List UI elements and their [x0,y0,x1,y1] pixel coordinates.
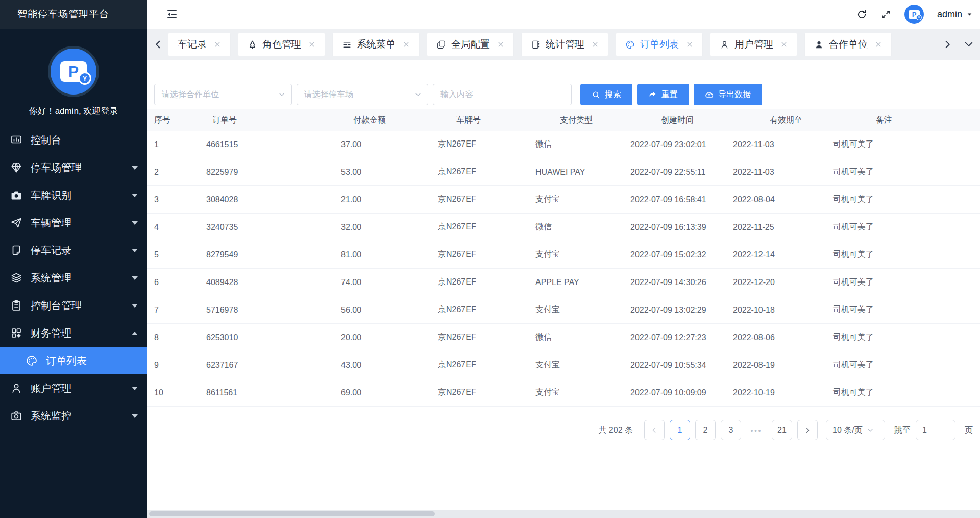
cell-valid-until: 2022-10-18 [727,305,833,315]
sidebar: 智能停车场管理平台 P ¥ 你好！admin, 欢迎登录 控制台 停车场管理 车… [0,0,147,518]
close-icon[interactable] [214,41,221,48]
cell-index: 8 [148,333,206,342]
page-button[interactable]: 2 [695,420,716,440]
page-button[interactable]: 1 [670,420,690,440]
fullscreen-icon[interactable] [880,9,891,20]
tab[interactable]: 角色管理 [238,33,325,56]
table-row[interactable]: 2 8225979 53.00 京N267EF HUAWEI PAY 2022-… [147,158,980,186]
user-menu[interactable]: admin [937,9,973,20]
table-row[interactable]: 5 8279549 81.00 京N267EF 支付宝 2022-07-09 1… [147,241,980,269]
palette-icon [26,355,38,367]
close-icon[interactable] [592,41,599,48]
cell-amount: 69.00 [335,388,438,397]
page-button[interactable] [644,420,665,440]
chevron-down-icon [132,304,138,308]
sidebar-item[interactable]: 停车场管理 [0,154,147,181]
cell-amount: 53.00 [335,168,438,177]
clipboard-icon [10,299,22,312]
close-icon[interactable] [686,41,693,48]
page-button[interactable] [797,420,818,440]
main-content: 请选择合作单位 请选择停车场 搜索 重置 [147,60,980,510]
tabs-scroll-right-icon[interactable] [942,39,952,50]
partner-select[interactable]: 请选择合作单位 [154,84,292,105]
close-icon[interactable] [308,41,315,48]
monitor-icon [10,410,22,422]
cell-amount: 43.00 [335,361,438,370]
sidebar-item[interactable]: 车辆管理 [0,209,147,237]
page-size-select[interactable]: 10 条/页 [826,420,885,440]
table-row[interactable]: 8 6253010 20.00 京N267EF 微信 2022-07-09 12… [147,324,980,351]
sidebar-item[interactable]: 订单列表 [0,347,147,374]
close-icon[interactable] [875,41,882,48]
close-icon[interactable] [497,41,504,48]
cell-pay-type: 支付宝 [529,194,630,205]
chevron-down-icon [132,194,138,197]
logo-circle: P ¥ [48,46,99,97]
table-row[interactable]: 6 4089428 74.00 京N267EF APPLE PAY 2022-0… [147,269,980,296]
sidebar-item[interactable]: 系统管理 [0,264,147,292]
export-button[interactable]: 导出数据 [694,84,762,105]
avatar-parking-icon: P ¥ [909,10,920,19]
cell-valid-until: 2022-11-03 [727,140,833,149]
table-row[interactable]: 4 3240735 32.00 京N267EF 微信 2022-07-09 16… [147,214,980,241]
tab[interactable]: 合作单位 [805,33,891,56]
tab[interactable]: 订单列表 [616,33,702,56]
cell-amount: 56.00 [335,305,438,315]
tab[interactable]: 统计管理 [522,33,608,56]
tabbar-controls [942,39,974,50]
cell-remark: 司机可美了 [827,194,973,205]
sidebar-item[interactable]: 系统监控 [0,402,147,430]
app-title: 智能停车场管理平台 [0,0,147,29]
tab[interactable]: 车记录 [168,33,230,56]
tab[interactable]: 全局配置 [427,33,513,56]
cell-created-at: 2022-07-09 10:55:34 [624,361,733,370]
reset-button[interactable]: 重置 [637,84,689,105]
tabs-scroll-left-icon[interactable] [153,39,163,50]
chevron-left-icon [651,427,658,434]
cell-order-no: 8611561 [200,388,341,397]
scrollbar-thumb[interactable] [149,511,435,516]
search-icon [592,90,600,99]
cell-remark: 司机可美了 [827,360,973,370]
search-button[interactable]: 搜索 [580,84,632,105]
cell-order-no: 4661515 [200,140,341,149]
sidebar-item[interactable]: 控制台 [0,126,147,154]
tab[interactable]: 系统菜单 [333,33,419,56]
cell-index: 10 [148,388,206,397]
table-header-cell: 订单号 [212,115,353,126]
close-icon[interactable] [403,41,410,48]
jump-page-input[interactable] [916,420,955,440]
tab[interactable]: 用户管理 [710,33,797,56]
sidebar-collapse-icon[interactable] [166,8,178,20]
plane-icon [10,217,22,229]
note-icon [10,244,22,256]
page-button[interactable]: ••• [746,420,767,440]
refresh-icon[interactable] [856,9,867,20]
sidebar-item[interactable]: 账户管理 [0,374,147,402]
sidebar-item[interactable]: 财务管理 [0,319,147,347]
cell-amount: 37.00 [335,140,438,149]
sidebar-item[interactable]: 车牌识别 [0,181,147,209]
table-row[interactable]: 3 3084028 21.00 京N267EF 支付宝 2022-07-09 1… [147,186,980,214]
page-button[interactable]: 21 [772,420,792,440]
chevron-down-icon [867,427,874,434]
sidebar-item[interactable]: 控制台管理 [0,292,147,319]
page-unit-label: 页 [965,425,973,436]
parking-lot-select[interactable]: 请选择停车场 [297,84,428,105]
table-row[interactable]: 7 5716978 56.00 京N267EF 支付宝 2022-07-09 1… [147,296,980,324]
cell-order-no: 4089428 [200,278,341,287]
sidebar-item[interactable]: 停车记录 [0,237,147,264]
cell-pay-type: APPLE PAY [529,278,630,287]
table-row[interactable]: 9 6237167 43.00 京N267EF 支付宝 2022-07-09 1… [147,351,980,379]
close-icon[interactable] [780,41,788,48]
tabs-menu-chevron-down-icon[interactable] [964,39,974,50]
table-row[interactable]: 1 4661515 37.00 京N267EF 微信 2022-07-09 23… [147,131,980,158]
keyword-input[interactable] [433,84,572,105]
horizontal-scrollbar[interactable] [147,510,980,518]
page-button[interactable]: 3 [721,420,741,440]
avatar[interactable]: P ¥ [904,5,924,24]
cell-created-at: 2022-07-09 23:02:01 [624,140,733,149]
cell-plate: 京N267EF [432,194,535,205]
sidebar-menu: 控制台 停车场管理 车牌识别 车辆管理 停车记录 系统管理 [0,126,147,430]
table-row[interactable]: 10 8611561 69.00 京N267EF 支付宝 2022-07-09 … [147,379,980,407]
